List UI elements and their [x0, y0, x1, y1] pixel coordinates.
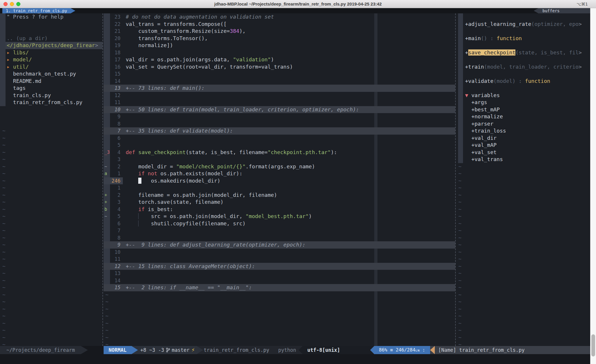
tag-item[interactable]: +val_trans: [456, 156, 590, 163]
tilde-icon: ~: [458, 235, 462, 241]
code-line[interactable]: b4 if is_best:: [104, 206, 455, 213]
tree-item[interactable]: train_cls.py: [0, 92, 102, 99]
tag-item[interactable]: +val_dir: [456, 135, 590, 142]
tilde-line: ~: [0, 192, 102, 199]
line-number: 15: [110, 284, 123, 291]
code-line[interactable]: 246 os.makedirs(model_dir): [104, 177, 455, 185]
sign-column-cell: [104, 120, 110, 128]
tag-item[interactable]: +normalize: [456, 113, 590, 120]
code-line[interactable]: +2 filename = os.path.join(model_dir, fi…: [104, 192, 455, 199]
line-text: torch.save(state, filename): [123, 199, 455, 206]
line-number: 7: [110, 227, 123, 234]
code-line[interactable]: 6 shutil.copyfile(filename, src): [104, 220, 455, 227]
sidebar-strip: [458, 120, 463, 128]
line-text: [0, 28, 102, 35]
tag-item[interactable]: +train(model, train_loader, criterio>: [456, 63, 590, 71]
statusline-encoding: utf-8[unix]: [303, 346, 374, 354]
line-text: [123, 270, 455, 277]
tag-item[interactable]: ▼ variables: [456, 92, 590, 99]
tag-item[interactable]: +train_loss: [456, 127, 590, 135]
tag-item[interactable]: +adjust_learning_rate(optimizer, epo>: [456, 21, 590, 28]
tilde-line: ~: [456, 341, 590, 346]
tilde-line: ~: [0, 170, 102, 177]
tilde-line: ~: [0, 284, 102, 291]
tag-item[interactable]: +val_set: [456, 149, 590, 156]
tilde-icon: ~: [105, 320, 109, 326]
sign-column-cell: [104, 142, 110, 149]
code-line[interactable]: 20 transforms.ToTensor(),: [104, 35, 455, 42]
tilde-line: ~: [104, 327, 455, 334]
tree-item[interactable]: .. (up a dir): [0, 35, 102, 42]
code-line[interactable]: 23# do not do data augmentation on valid…: [104, 13, 455, 21]
code-line[interactable]: 19 normalize]): [104, 42, 455, 49]
lines-icon: ≡: [390, 347, 393, 353]
blank-line: [456, 85, 590, 92]
code-line[interactable]: _34def save_checkpoint(state, is_best, f…: [104, 149, 455, 156]
tree-item[interactable]: ▸ model/: [0, 56, 102, 63]
code-line[interactable]: 16val_set = QuerySet(root=val_dir, trans…: [104, 63, 455, 71]
text-segment: os.path.exists(model_dir):: [160, 170, 242, 176]
command-line[interactable]: [0, 354, 590, 364]
code-line[interactable]: ~5 src = os.path.join(model_dir, "model_…: [104, 213, 455, 220]
sidebar-strip: [458, 135, 463, 142]
sign-column-cell: [104, 177, 110, 185]
line-text: ~: [0, 241, 102, 249]
line-text: normalize]): [123, 42, 455, 49]
tilde-line: ~: [456, 306, 590, 313]
terminal-scrollbar[interactable]: [590, 8, 596, 364]
blank-line: [456, 42, 590, 49]
code-line[interactable]: 17val_dir = os.path.join(args.data, "val…: [104, 56, 455, 63]
tilde-icon: ~: [2, 135, 6, 141]
sign-column-cell: [104, 156, 110, 163]
tree-item[interactable]: </jdhao/Projects/deep_firear>: [0, 42, 102, 49]
line-text: +parser: [456, 120, 590, 128]
tilde-line: ~: [0, 263, 102, 270]
code-line-fold[interactable]: 7+-- 35 lines: def validate(model):: [104, 127, 455, 135]
line-number: 246: [110, 177, 123, 185]
scrollbar-thumb[interactable]: [591, 334, 595, 356]
tag-item[interactable]: +save_checkpoint(state, is_best, fil>: [456, 49, 590, 56]
tilde-icon: ~: [458, 277, 462, 283]
tree-item[interactable]: tags: [0, 85, 102, 92]
code-line[interactable]: a1 if not os.path.exists(model_dir):: [104, 170, 455, 177]
buffer-tab-active[interactable]: 1. train_retr_from_cls.py: [2, 8, 75, 13]
code-line[interactable]: +3 torch.save(state, filename): [104, 199, 455, 206]
code-line[interactable]: ~2 model_dir = "model/check_point/{}".fo…: [104, 163, 455, 170]
code-line-fold[interactable]: 12+-- 15 lines: class AverageMeter(objec…: [104, 263, 455, 270]
tilde-line: ~: [456, 334, 590, 341]
code-line-fold[interactable]: 13+-- 73 lines: def main():: [104, 85, 455, 92]
tilde-line: ~: [0, 127, 102, 135]
code-line-fold[interactable]: 15+-- 2 lines: if __name__ == "__main__"…: [104, 284, 455, 291]
code-line[interactable]: 21 custom_transform.Resize(size=384),: [104, 28, 455, 35]
tag-item[interactable]: +best_mAP: [456, 106, 590, 113]
code-line[interactable]: 22val_trans = transforms.Compose([: [104, 21, 455, 28]
tree-item[interactable]: benchmark_on_test.py: [0, 70, 102, 78]
tag-item[interactable]: +val_mAP: [456, 142, 590, 149]
tree-item[interactable]: " Press ? for help: [0, 13, 102, 21]
tilde-line: ~: [456, 234, 590, 242]
tag-item[interactable]: +main() : function: [456, 35, 590, 42]
sign-column-cell: [104, 256, 110, 263]
tree-item[interactable]: ▸ libs/: [0, 49, 102, 56]
line-number: 11: [110, 256, 123, 263]
tilde-icon: ~: [2, 284, 6, 290]
code-line-fold[interactable]: 9+-- 9 lines: def adjust_learning_rate(o…: [104, 241, 455, 249]
tilde-line: ~: [0, 298, 102, 306]
tag-item[interactable]: +parser: [456, 120, 590, 128]
code-line-fold[interactable]: 10+-- 50 lines: def train(model, train_l…: [104, 106, 455, 113]
window-separator-left[interactable]: [102, 13, 103, 346]
tree-item[interactable]: ▸ util/: [0, 63, 102, 71]
tilde-line: ~: [0, 241, 102, 249]
tag-item[interactable]: +validate(model) : function: [456, 78, 590, 85]
line-text: ~: [456, 298, 590, 306]
text-segment: +normalize: [465, 113, 503, 119]
text-segment: " Press ? for help: [7, 14, 63, 20]
tag-item[interactable]: +args: [456, 99, 590, 106]
blank-line: [0, 106, 102, 113]
tree-item[interactable]: train_retr_from_cls.py: [0, 99, 102, 106]
tree-item[interactable]: README.md: [0, 78, 102, 85]
line-number: 13: [110, 270, 123, 277]
tilde-line: ~: [456, 313, 590, 320]
cursor[interactable]: [138, 178, 141, 184]
sidebar-strip: [458, 21, 463, 28]
